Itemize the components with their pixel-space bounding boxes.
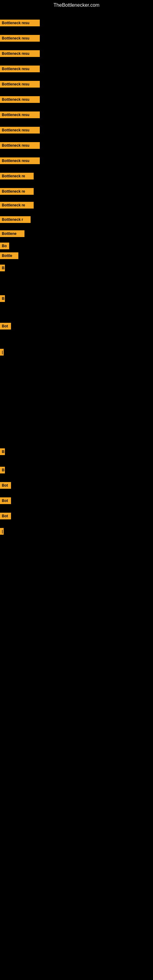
bottleneck-result-item[interactable]: Bottleneck resu (0, 20, 40, 26)
bottleneck-result-item[interactable]: Bot (0, 323, 11, 329)
bottleneck-result-item[interactable]: Bottleneck resu (0, 65, 40, 72)
bottleneck-result-item[interactable]: Bottle (0, 252, 18, 259)
bottleneck-result-item[interactable]: Bottleneck re (0, 202, 33, 208)
bottleneck-result-item[interactable]: Bottleneck resu (0, 127, 40, 134)
bottleneck-result-item[interactable]: Bo (0, 243, 9, 249)
bottleneck-result-item[interactable]: B (0, 467, 5, 474)
bottleneck-result-item[interactable]: Bottleneck resu (0, 35, 40, 41)
bottleneck-result-item[interactable]: Bottleneck resu (0, 50, 40, 57)
bottleneck-result-item[interactable]: Bot (0, 497, 11, 504)
bottleneck-result-item[interactable]: Bot (0, 513, 11, 519)
bottleneck-result-item[interactable]: B (0, 265, 5, 271)
bottleneck-result-item[interactable]: Bot (0, 482, 11, 489)
bottleneck-result-item[interactable]: | (0, 349, 4, 356)
bottleneck-result-item[interactable]: Bottleneck re (0, 188, 33, 195)
bottleneck-result-item[interactable]: Bottleneck resu (0, 158, 40, 164)
bottleneck-result-item[interactable]: Bottlene (0, 230, 24, 237)
bottleneck-result-item[interactable]: | (0, 528, 4, 535)
site-title: TheBottlenecker.com (0, 0, 153, 10)
bottleneck-result-item[interactable]: Bottleneck r (0, 216, 30, 223)
bottleneck-result-item[interactable]: B (0, 295, 5, 302)
bottleneck-result-item[interactable]: Bottleneck re (0, 173, 33, 180)
bottleneck-result-item[interactable]: B (0, 449, 5, 455)
bottleneck-result-item[interactable]: Bottleneck resu (0, 142, 40, 149)
bottleneck-result-item[interactable]: Bottleneck resu (0, 96, 40, 103)
bottleneck-result-item[interactable]: Bottleneck resu (0, 111, 40, 118)
bottleneck-result-item[interactable]: Bottleneck resu (0, 81, 40, 88)
